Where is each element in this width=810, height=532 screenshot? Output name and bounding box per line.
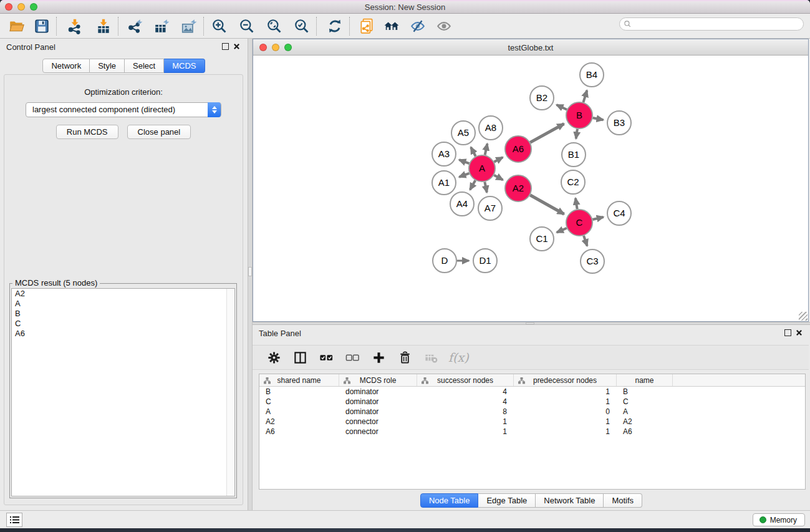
graph-node-C1[interactable]: C1 (530, 227, 554, 251)
graph-node-A7[interactable]: A7 (478, 196, 502, 220)
tab-mcds[interactable]: MCDS (164, 59, 205, 73)
graph-node-A6[interactable]: A6 (505, 136, 531, 162)
result-item-a2[interactable]: A2 (12, 289, 234, 299)
criterion-dropdown[interactable]: largest connected component (directed) (26, 102, 221, 117)
zoom-selected-icon[interactable] (292, 16, 311, 36)
table-row-a2[interactable]: A2connector11A2 (259, 417, 805, 427)
graph-edge-A-A6[interactable] (494, 157, 503, 162)
column-header-shared-name[interactable]: shared name (259, 374, 339, 386)
result-item-b[interactable]: B (12, 309, 234, 319)
export-network-icon[interactable] (126, 16, 145, 36)
import-table-icon[interactable] (94, 16, 113, 36)
graph-node-C[interactable]: C (566, 210, 592, 236)
divider-handle[interactable] (526, 322, 534, 324)
memory-button[interactable]: Memory (753, 513, 805, 526)
graph-node-B3[interactable]: B3 (607, 111, 631, 135)
show-graphics-details-icon[interactable] (435, 16, 453, 36)
graph-edge-C-C4[interactable] (592, 217, 603, 220)
graph-node-D1[interactable]: D1 (473, 249, 497, 273)
graph-edge-A2-C[interactable] (530, 195, 564, 215)
network-window-titlebar[interactable]: testGlobe.txt (253, 39, 808, 56)
mcds-result-list[interactable]: A2ABCA6 (11, 288, 235, 496)
close-panel-icon[interactable] (233, 43, 240, 50)
graph-edge-C-C1[interactable] (557, 228, 567, 233)
save-session-icon[interactable] (32, 16, 51, 36)
import-network-icon[interactable] (65, 16, 84, 36)
float-panel-icon[interactable] (784, 329, 791, 336)
divider-handle[interactable] (248, 267, 252, 276)
tab-select[interactable]: Select (125, 59, 164, 73)
tab-edge-table[interactable]: Edge Table (478, 493, 536, 508)
graph-edge-C-C2[interactable] (576, 198, 577, 210)
graph-node-B1[interactable]: B1 (562, 143, 586, 167)
zoom-fit-icon[interactable] (265, 16, 284, 36)
delete-columns-icon[interactable] (393, 347, 416, 368)
tab-network-table[interactable]: Network Table (536, 493, 604, 508)
graph-edge-A-A8[interactable] (485, 143, 488, 155)
graph-edge-A-A2[interactable] (494, 175, 503, 180)
network-canvas[interactable]: B4B2BB3A8A5A6A3B1AA1C2A2A4A7C4CC1C3DD1 (253, 56, 808, 321)
graph-edge-A6-B[interactable] (530, 124, 564, 143)
task-history-button[interactable] (6, 513, 22, 527)
graph-node-A5[interactable]: A5 (451, 121, 475, 145)
graph-edge-B-B4[interactable] (583, 90, 587, 102)
select-all-icon[interactable] (315, 347, 337, 368)
table-row-a6[interactable]: A6connector11A6 (259, 427, 805, 437)
graph-node-B4[interactable]: B4 (580, 63, 604, 87)
tab-style[interactable]: Style (90, 59, 125, 73)
graph-node-A[interactable]: A (469, 155, 495, 181)
graph-edge-B-B2[interactable] (557, 105, 567, 110)
result-item-a[interactable]: A (12, 299, 234, 309)
vertical-split-divider[interactable] (248, 39, 253, 510)
close-panel-button[interactable]: Close panel (127, 125, 191, 139)
hide-graphics-details-icon[interactable] (408, 16, 427, 36)
deselect-all-icon[interactable] (341, 347, 364, 368)
graph-node-C3[interactable]: C3 (581, 249, 604, 273)
column-header-predecessor-nodes[interactable]: predecessor nodes (514, 374, 617, 386)
column-header-MCDS-role[interactable]: MCDS role (339, 374, 417, 386)
graph-node-A3[interactable]: A3 (432, 142, 456, 166)
result-item-c[interactable]: C (12, 319, 234, 329)
search-input[interactable] (632, 19, 803, 29)
graph-node-D[interactable]: D (433, 249, 456, 273)
graph-edge-A-A4[interactable] (470, 180, 476, 190)
tab-network[interactable]: Network (42, 59, 90, 73)
column-header-name[interactable]: name (617, 374, 673, 386)
node-table[interactable]: shared nameMCDS rolesuccessor nodesprede… (259, 374, 806, 490)
table-row-a[interactable]: Adominator80A (259, 407, 805, 417)
graph-edge-A-A7[interactable] (485, 182, 486, 193)
zoom-out-icon[interactable] (238, 16, 256, 36)
graph-edge-B-B1[interactable] (576, 129, 577, 138)
show-columns-icon[interactable] (289, 347, 311, 368)
table-row-c[interactable]: Cdominator41C (259, 397, 805, 407)
graph-node-C2[interactable]: C2 (561, 170, 585, 194)
open-session-icon[interactable] (7, 16, 26, 36)
search-field[interactable] (619, 17, 804, 31)
graph-node-A8[interactable]: A8 (479, 116, 503, 140)
table-row-b[interactable]: Bdominator41B (259, 387, 805, 397)
graph-edge-A-A1[interactable] (459, 173, 469, 177)
graph-node-B[interactable]: B (566, 102, 592, 128)
run-mcds-button[interactable]: Run MCDS (56, 125, 118, 139)
column-header-successor-nodes[interactable]: successor nodes (417, 374, 514, 386)
export-table-icon[interactable] (152, 16, 171, 36)
tab-node-table[interactable]: Node Table (420, 493, 479, 508)
graph-edge-A-A3[interactable] (459, 160, 469, 163)
float-panel-icon[interactable] (222, 43, 229, 50)
apply-layout-icon[interactable] (325, 16, 344, 36)
new-network-from-selection-icon[interactable] (357, 16, 376, 36)
export-image-icon[interactable] (180, 16, 198, 36)
graph-edge-A-A5[interactable] (471, 147, 476, 157)
graph-node-A4[interactable]: A4 (450, 192, 474, 216)
close-panel-icon[interactable] (796, 329, 803, 336)
table-mode-gear-icon[interactable] (263, 347, 285, 368)
add-column-icon[interactable] (367, 347, 390, 368)
home-neighbors-icon[interactable] (382, 16, 401, 36)
graph-edge-B-B3[interactable] (593, 118, 604, 120)
resize-grip-icon[interactable] (799, 312, 808, 321)
graph-node-B2[interactable]: B2 (530, 86, 554, 110)
result-item-a6[interactable]: A6 (12, 329, 234, 339)
tab-motifs[interactable]: Motifs (604, 493, 642, 508)
result-scrollbar[interactable] (226, 289, 234, 496)
zoom-in-icon[interactable] (210, 16, 229, 36)
